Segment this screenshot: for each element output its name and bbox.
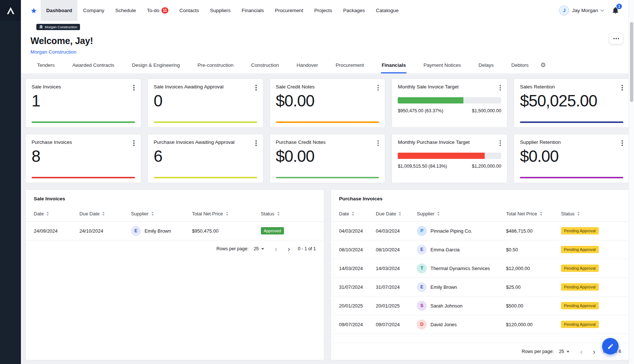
table-row[interactable]: 14/03/202414/03/2024TThermal Dynamics Se… xyxy=(331,259,629,278)
nav-item-projects[interactable]: Projects xyxy=(309,0,338,21)
company-link[interactable]: Morgan Construction xyxy=(30,49,76,55)
sort-icon xyxy=(152,212,154,216)
nav-item-catalogue[interactable]: Catalogue xyxy=(371,0,404,21)
nav-item-suppliers[interactable]: Suppliers xyxy=(204,0,236,21)
column-label: Date xyxy=(339,211,349,216)
stat-card-title: Sale Invoices Awaiting Approval xyxy=(154,84,257,90)
user-menu[interactable]: J Jay Morgan xyxy=(559,6,604,15)
tab-debtors[interactable]: Debtors xyxy=(510,57,529,73)
column-header-date[interactable]: Date xyxy=(339,211,376,216)
table-row[interactable]: 31/07/202431/07/2024EEmily Brown$25.00Pe… xyxy=(331,278,629,296)
logo-a-icon xyxy=(6,6,15,15)
stat-card-accent-bar xyxy=(32,177,135,178)
favorites-star-icon[interactable]: ★ xyxy=(30,6,37,15)
tab-design-engineering[interactable]: Design & Engineering xyxy=(131,57,181,73)
tab-procurement[interactable]: Procurement xyxy=(335,57,365,73)
app-logo[interactable] xyxy=(0,0,21,21)
scrollbar-thumb[interactable] xyxy=(630,22,633,102)
target-progress-total: $1,500,000.00 xyxy=(472,108,501,113)
cell-date: 04/03/2024 xyxy=(339,228,376,234)
cell-supplier: EEmily Brown xyxy=(131,226,192,236)
tab-pre-construction[interactable]: Pre-construction xyxy=(197,57,234,73)
card-menu-button[interactable] xyxy=(497,139,504,148)
page-prev-button[interactable]: ‹ xyxy=(577,348,585,355)
card-menu-button[interactable] xyxy=(619,83,626,92)
card-menu-button[interactable] xyxy=(619,139,626,148)
stat-card-value: $0.00 xyxy=(520,147,623,165)
card-menu-button[interactable] xyxy=(375,139,382,148)
page-next-button[interactable]: › xyxy=(590,348,598,355)
column-header-supplier[interactable]: Supplier xyxy=(131,211,192,216)
tabs-settings-gear-icon[interactable]: ⚙ xyxy=(540,62,546,68)
status-badge: Pending Approval xyxy=(561,283,598,291)
supplier-name: David Jones xyxy=(430,322,457,327)
table-row[interactable]: 09/07/202409/07/2024DDavid Jones$120,000… xyxy=(331,315,629,334)
column-header-total-net-price[interactable]: Total Net Price xyxy=(506,211,561,216)
stat-card-accent-bar xyxy=(276,121,379,123)
column-header-due-date[interactable]: Due Date xyxy=(376,211,417,216)
nav-item-financials[interactable]: Financials xyxy=(236,0,269,21)
tab-handover[interactable]: Handover xyxy=(296,57,319,73)
cell-status: Pending Approval xyxy=(561,321,621,328)
rows-per-page-select[interactable]: 25 xyxy=(559,349,569,354)
nav-item-company[interactable]: Company xyxy=(77,0,110,21)
tab-construction[interactable]: Construction xyxy=(250,57,280,73)
column-header-date[interactable]: Date xyxy=(34,211,79,216)
cell-date: 14/03/2024 xyxy=(339,266,376,271)
card-menu-button[interactable] xyxy=(497,83,504,92)
cell-due-date: 31/07/2024 xyxy=(376,284,417,290)
target-progress-labels: $1,009,515.50 (84.13%)$1,200,000.00 xyxy=(398,164,501,169)
nav-item-dashboard[interactable]: Dashboard xyxy=(41,0,78,21)
stat-card-accent-bar xyxy=(520,121,623,123)
tab-payment-notices[interactable]: Payment Notices xyxy=(423,57,462,73)
tab-financials[interactable]: Financials xyxy=(381,57,407,73)
card-menu-button[interactable] xyxy=(375,83,382,92)
table-header-row: DateDue DateSupplierTotal Net PriceStatu… xyxy=(26,206,324,222)
stat-card-title: Monthly Sale Invoice Target xyxy=(398,84,501,90)
nav-item-packages[interactable]: Packages xyxy=(338,0,370,21)
rows-per-page-select[interactable]: 25 xyxy=(254,246,264,251)
tab-delays[interactable]: Delays xyxy=(478,57,494,73)
caret-down-icon xyxy=(566,351,569,353)
cell-supplier: PPinnacle Piping Co. xyxy=(417,226,506,236)
stat-card-title: Sale Invoices xyxy=(32,84,135,90)
cell-status: Pending Approval xyxy=(561,227,621,234)
column-header-due-date[interactable]: Due Date xyxy=(79,211,131,216)
cell-supplier: SSarah Johnson xyxy=(417,301,506,311)
page-next-button[interactable]: › xyxy=(285,245,293,252)
nav-item-schedule[interactable]: Schedule xyxy=(110,0,141,21)
column-header-status[interactable]: Status xyxy=(561,211,621,216)
nav-item-label: To-do xyxy=(147,8,160,13)
page-prev-button[interactable]: ‹ xyxy=(272,245,280,252)
status-badge: Pending Approval xyxy=(561,321,598,328)
table-row[interactable]: 08/10/202408/10/2024EEmma Garcia$0.50Pen… xyxy=(331,240,629,259)
more-options-button[interactable] xyxy=(609,33,623,44)
card-menu-button[interactable] xyxy=(131,83,137,92)
breadcrumb[interactable]: Morgan Construction xyxy=(36,24,80,30)
nav-item-contacts[interactable]: Contacts xyxy=(174,0,204,21)
column-header-supplier[interactable]: Supplier xyxy=(417,211,506,216)
target-progress-fill xyxy=(398,153,485,159)
ellipsis-icon xyxy=(616,38,617,39)
stat-card-title: Purchase Credit Notes xyxy=(276,139,379,145)
nav-item-procurement[interactable]: Procurement xyxy=(269,0,309,21)
kebab-menu-icon xyxy=(255,140,257,142)
tab-tenders[interactable]: Tenders xyxy=(36,57,55,73)
card-menu-button[interactable] xyxy=(253,83,259,92)
nav-item-to-do[interactable]: To-do11 xyxy=(142,0,174,21)
card-menu-button[interactable] xyxy=(131,139,137,148)
card-menu-button[interactable] xyxy=(253,139,259,148)
table-row[interactable]: 04/03/202404/03/2024PPinnacle Piping Co.… xyxy=(331,222,629,240)
supplier-avatar: E xyxy=(131,226,141,236)
kebab-menu-icon xyxy=(500,85,501,86)
stat-card-accent-bar xyxy=(32,121,135,123)
table-row[interactable]: 20/01/202520/01/2025SSarah Johnson$500.0… xyxy=(331,296,629,315)
column-header-status[interactable]: Status xyxy=(261,211,316,216)
cell-status: Approved xyxy=(261,227,316,234)
notifications-button[interactable]: 1 xyxy=(612,7,619,14)
edit-fab-button[interactable] xyxy=(602,338,619,354)
tab-awarded-contracts[interactable]: Awarded Contracts xyxy=(72,57,115,73)
column-header-total-net-price[interactable]: Total Net Price xyxy=(192,211,261,216)
user-avatar: J xyxy=(559,6,569,15)
table-row[interactable]: 24/09/202424/10/2024EEmily Brown$950,475… xyxy=(26,222,324,240)
